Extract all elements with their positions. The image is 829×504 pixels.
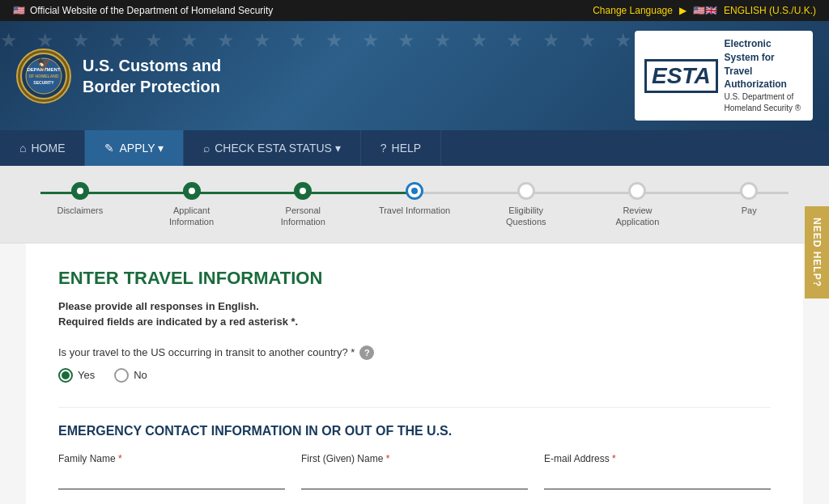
transit-no-radio[interactable] <box>114 368 129 383</box>
main-nav: ⌂ HOME ✎ APPLY ▾ ⌕ CHECK ESTA STATUS ▾ ?… <box>0 130 829 166</box>
first-name-input[interactable] <box>301 469 528 489</box>
esta-full-name: Electronic System for Travel Authorizati… <box>725 37 803 91</box>
instructions: Please provide all responses in English.… <box>58 300 771 328</box>
gov-label: Official Website of the Department of Ho… <box>30 5 273 16</box>
transit-question-label: Is your travel to the US occurring in tr… <box>58 346 355 358</box>
step-label-personal-info: PersonalInformation <box>281 205 325 228</box>
email-group: E-mail Address * <box>544 453 771 489</box>
search-icon: ⌕ <box>203 142 210 155</box>
esta-logo: ESTA Electronic System for Travel Author… <box>635 31 813 121</box>
top-bar: 🇺🇸 Official Website of the Department of… <box>0 0 829 21</box>
transit-yes-option[interactable]: Yes <box>58 368 95 383</box>
transit-help-icon[interactable]: ? <box>359 345 374 360</box>
step-review[interactable]: ReviewApplication <box>582 182 694 228</box>
family-name-required-star: * <box>118 453 122 464</box>
nav-home[interactable]: ⌂ HOME <box>0 130 85 166</box>
step-disclaimers[interactable]: Disclaimers <box>24 182 136 228</box>
nav-apply-label: APPLY ▾ <box>119 142 164 155</box>
language-label: ENGLISH (U.S./U.K.) <box>724 5 816 16</box>
nav-check-status-label: CHECK ESTA STATUS ▾ <box>215 142 341 155</box>
arrow-icon: ▶ <box>679 5 687 16</box>
svg-text:🦅: 🦅 <box>37 57 52 71</box>
transit-question-text: Is your travel to the US occurring in tr… <box>58 345 771 360</box>
nav-home-label: HOME <box>31 142 65 155</box>
home-icon: ⌂ <box>19 142 26 155</box>
transit-question-row: Is your travel to the US occurring in tr… <box>58 345 771 383</box>
agency-seal: DEPARTMENT OF HOMELAND SECURITY 🦅 <box>16 49 71 104</box>
step-dot-personal-info <box>294 182 312 200</box>
nav-apply[interactable]: ✎ APPLY ▾ <box>85 130 184 166</box>
svg-text:SECURITY: SECURITY <box>33 80 54 85</box>
transit-no-option[interactable]: No <box>114 368 147 383</box>
change-language-label[interactable]: Change Language <box>593 5 673 16</box>
step-dot-eligibility <box>517 182 535 200</box>
first-name-group: First (Given) Name * <box>301 453 528 489</box>
step-label-disclaimers: Disclaimers <box>57 205 103 216</box>
step-label-applicant-info: ApplicantInformation <box>169 205 214 228</box>
instruction-bold: Please provide all responses in English. <box>58 300 771 312</box>
step-label-pay: Pay <box>742 205 757 216</box>
first-name-required-star: * <box>386 453 390 464</box>
svg-text:OF HOMELAND: OF HOMELAND <box>28 74 59 78</box>
family-name-group: Family Name * <box>58 453 285 489</box>
step-label-review: ReviewApplication <box>616 205 660 228</box>
agency-name: U.S. Customs and Border Protection <box>83 55 221 97</box>
step-dot-applicant-info <box>183 182 201 200</box>
emergency-contact-row-1: Family Name * First (Given) Name * E-mai… <box>58 453 771 489</box>
nav-help-label: HELP <box>392 142 422 155</box>
help-icon: ? <box>380 142 387 155</box>
step-dot-pay <box>740 182 758 200</box>
site-header: DEPARTMENT OF HOMELAND SECURITY 🦅 U.S. C… <box>0 21 829 130</box>
main-content: ENTER TRAVEL INFORMATION Please provide … <box>26 244 803 504</box>
emergency-section-title: EMERGENCY CONTACT INFORMATION IN OR OUT … <box>58 407 771 438</box>
email-input[interactable] <box>544 469 771 489</box>
gov-label-container: 🇺🇸 Official Website of the Department of… <box>13 5 273 16</box>
family-name-input[interactable] <box>58 469 285 489</box>
email-label: E-mail Address * <box>544 453 771 464</box>
step-dot-disclaimers <box>71 182 89 200</box>
flag-icon: 🇺🇸🇬🇧 <box>693 5 717 16</box>
esta-logo-text: Electronic System for Travel Authorizati… <box>725 37 803 114</box>
nav-check-status[interactable]: ⌕ CHECK ESTA STATUS ▾ <box>184 130 361 166</box>
esta-logo-container: ESTA Electronic System for Travel Author… <box>635 31 813 121</box>
progress-section: Disclaimers ApplicantInformation Persona… <box>0 166 829 244</box>
transit-yes-radio[interactable] <box>58 368 73 383</box>
transit-radio-group: Yes No <box>58 368 771 383</box>
step-dot-review <box>628 182 646 200</box>
transit-no-label: No <box>134 369 147 381</box>
progress-steps: Disclaimers ApplicantInformation Persona… <box>24 182 805 228</box>
step-personal-info[interactable]: PersonalInformation <box>247 182 359 228</box>
language-selector[interactable]: Change Language ▶ 🇺🇸🇬🇧 ENGLISH (U.S./U.K… <box>593 5 816 16</box>
step-dot-travel-info <box>406 182 423 200</box>
step-applicant-info[interactable]: ApplicantInformation <box>136 182 248 228</box>
required-note: Required fields are indicated by a red a… <box>58 316 771 328</box>
first-name-label: First (Given) Name * <box>301 453 528 464</box>
step-label-travel-info: Travel Information <box>379 205 450 216</box>
family-name-label: Family Name * <box>58 453 285 464</box>
esta-sub: U.S. Department of Homeland Security ® <box>725 92 801 112</box>
step-travel-info[interactable]: Travel Information <box>359 182 470 228</box>
page-title: ENTER TRAVEL INFORMATION <box>58 268 771 289</box>
progress-track: Disclaimers ApplicantInformation Persona… <box>24 182 805 228</box>
need-help-tab[interactable]: NEED HELP? <box>805 205 829 298</box>
pencil-icon: ✎ <box>104 142 114 155</box>
step-pay[interactable]: Pay <box>693 182 805 228</box>
esta-brand-mark: ESTA <box>644 59 718 93</box>
agency-branding: DEPARTMENT OF HOMELAND SECURITY 🦅 U.S. C… <box>16 49 221 104</box>
transit-yes-dot <box>62 371 70 379</box>
step-label-eligibility: EligibilityQuestions <box>506 205 546 228</box>
transit-yes-label: Yes <box>78 369 95 381</box>
email-required-star: * <box>612 453 616 464</box>
nav-help[interactable]: ? HELP <box>361 130 441 166</box>
us-flag-icon: 🇺🇸 <box>13 5 25 16</box>
step-eligibility[interactable]: EligibilityQuestions <box>470 182 582 228</box>
